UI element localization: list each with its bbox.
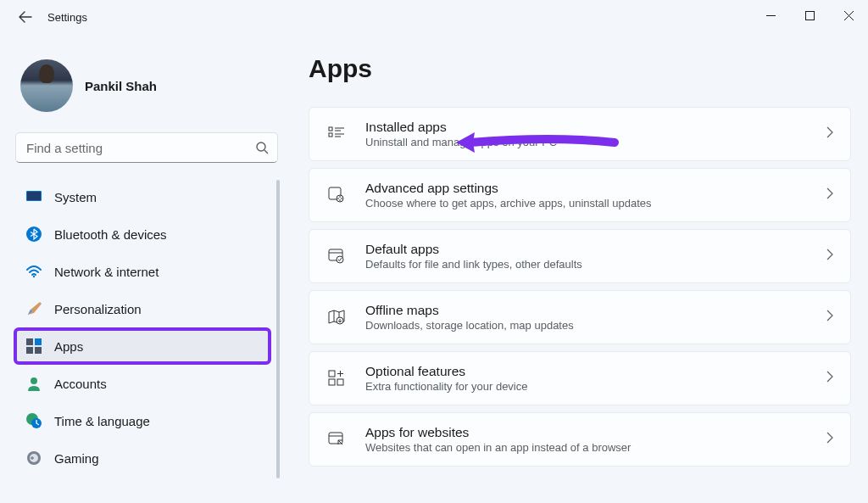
- sidebar-item-system[interactable]: System: [15, 180, 270, 214]
- search-input[interactable]: [26, 141, 255, 155]
- card-subtitle: Defaults for file and link types, other …: [365, 258, 808, 271]
- sidebar-item-label: Network & internet: [54, 265, 159, 279]
- chevron-right-icon: [826, 126, 833, 142]
- installed-apps-icon: [326, 124, 347, 144]
- card-title: Advanced app settings: [365, 181, 808, 196]
- main-content: Apps Installed apps Uninstall and manage…: [288, 34, 868, 503]
- chevron-right-icon: [826, 432, 833, 447]
- maximize-icon: [805, 11, 815, 20]
- card-title: Apps for websites: [365, 425, 808, 440]
- chevron-right-icon: [826, 371, 833, 386]
- optional-features-icon: [326, 368, 347, 388]
- minimize-icon: [766, 11, 776, 20]
- sidebar-scrollbar[interactable]: [276, 180, 280, 478]
- svg-line-3: [264, 150, 268, 154]
- chevron-right-icon: [826, 310, 833, 325]
- chevron-right-icon: [826, 249, 833, 264]
- card-default-apps[interactable]: Default apps Defaults for file and link …: [309, 229, 851, 283]
- sidebar-item-label: Apps: [54, 339, 83, 354]
- sidebar-item-gaming[interactable]: Gaming: [15, 441, 270, 475]
- svg-point-2: [257, 143, 265, 151]
- maximize-button[interactable]: [790, 0, 829, 31]
- map-icon: [326, 307, 347, 327]
- card-apps-for-websites[interactable]: Apps for websites Websites that can open…: [309, 412, 851, 467]
- avatar: [20, 59, 73, 112]
- sidebar-item-label: Accounts: [54, 377, 107, 391]
- card-subtitle: Extra functionality for your device: [365, 380, 808, 393]
- sidebar-item-label: Bluetooth & devices: [54, 227, 167, 242]
- nav-list: System Bluetooth & devices Network & int…: [15, 180, 278, 478]
- chevron-right-icon: [826, 187, 833, 203]
- sidebar-item-apps[interactable]: Apps: [15, 329, 270, 363]
- page-title: Apps: [309, 54, 851, 83]
- svg-rect-31: [337, 379, 343, 385]
- globe-clock-icon: [25, 412, 42, 429]
- svg-point-12: [31, 377, 37, 384]
- card-title: Offline maps: [365, 303, 808, 318]
- advanced-settings-icon: [326, 185, 347, 205]
- sidebar-item-bluetooth[interactable]: Bluetooth & devices: [15, 217, 270, 251]
- svg-rect-8: [26, 338, 33, 345]
- minimize-button[interactable]: [751, 0, 790, 31]
- sidebar-item-accounts[interactable]: Accounts: [15, 366, 270, 400]
- svg-rect-1: [805, 11, 814, 20]
- apps-websites-icon: [326, 429, 347, 450]
- back-button[interactable]: [15, 7, 36, 27]
- card-offline-maps[interactable]: Offline maps Downloads, storage location…: [309, 290, 851, 344]
- apps-icon: [25, 338, 42, 355]
- card-advanced-app-settings[interactable]: Advanced app settings Choose where to ge…: [309, 168, 851, 222]
- profile-name: Pankil Shah: [85, 79, 157, 93]
- sidebar-item-label: Gaming: [54, 451, 99, 466]
- card-subtitle: Uninstall and manage apps on your PC: [365, 136, 808, 148]
- paintbrush-icon: [25, 300, 42, 317]
- sidebar-item-time-language[interactable]: Time & language: [15, 404, 270, 438]
- sidebar-item-personalization[interactable]: Personalization: [15, 292, 270, 326]
- sidebar-item-label: Time & language: [54, 414, 150, 428]
- profile-section[interactable]: Pankil Shah: [15, 34, 278, 132]
- card-title: Installed apps: [365, 120, 808, 135]
- svg-rect-29: [329, 371, 335, 377]
- window-controls: [751, 0, 868, 31]
- card-subtitle: Websites that can open in an app instead…: [365, 441, 808, 454]
- system-icon: [25, 188, 42, 205]
- sidebar: Pankil Shah System Bluetooth & devices N…: [0, 34, 288, 503]
- svg-rect-30: [329, 379, 335, 385]
- card-subtitle: Downloads, storage location, map updates: [365, 319, 808, 332]
- card-title: Default apps: [365, 242, 808, 257]
- svg-rect-17: [329, 127, 332, 131]
- svg-point-7: [33, 276, 35, 277]
- card-title: Optional features: [365, 364, 808, 379]
- close-icon: [844, 11, 854, 20]
- search-icon: [255, 141, 269, 154]
- svg-rect-5: [27, 192, 41, 200]
- card-installed-apps[interactable]: Installed apps Uninstall and manage apps…: [309, 107, 851, 161]
- search-box[interactable]: [15, 132, 278, 163]
- wifi-icon: [25, 263, 42, 280]
- svg-rect-10: [26, 347, 33, 354]
- svg-rect-18: [329, 133, 332, 137]
- arrow-left-icon: [19, 10, 32, 24]
- sidebar-item-network[interactable]: Network & internet: [15, 254, 270, 288]
- gamepad-icon: [25, 450, 42, 467]
- svg-rect-11: [35, 347, 42, 354]
- default-apps-icon: [326, 246, 347, 266]
- sidebar-item-label: System: [54, 190, 97, 204]
- titlebar: Settings: [0, 0, 868, 34]
- close-button[interactable]: [829, 0, 868, 31]
- card-subtitle: Choose where to get apps, archive apps, …: [365, 197, 808, 210]
- app-title: Settings: [47, 11, 87, 24]
- bluetooth-icon: [25, 226, 42, 243]
- svg-rect-9: [35, 338, 42, 345]
- card-optional-features[interactable]: Optional features Extra functionality fo…: [309, 351, 851, 405]
- sidebar-item-label: Personalization: [54, 302, 142, 316]
- person-icon: [25, 375, 42, 392]
